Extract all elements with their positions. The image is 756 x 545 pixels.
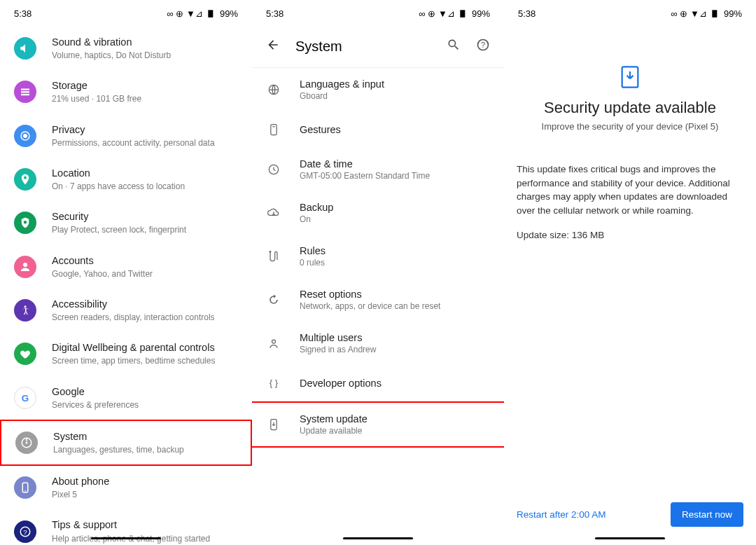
- help-icon[interactable]: ?: [476, 38, 490, 55]
- security-icon: [14, 212, 36, 234]
- status-time: 5:38: [266, 8, 284, 19]
- rules-icon: [266, 249, 281, 264]
- item-sub: Permissions, account activity, personal …: [52, 137, 215, 149]
- system-panel: 5:38 ∞ ⊕ ▼⊿ 99% System ? Languages & inp…: [252, 0, 504, 545]
- item-title: Sound & vibration: [52, 36, 171, 48]
- row-sub: On: [300, 214, 333, 224]
- svg-point-7: [26, 441, 28, 443]
- settings-item-location[interactable]: LocationOn · 7 apps have access to locat…: [0, 158, 252, 201]
- system-item-gesture[interactable]: Gestures: [252, 111, 504, 148]
- svg-text:G: G: [22, 392, 29, 403]
- status-icons: ∞ ⊕ ▼⊿ 99%: [671, 8, 742, 19]
- update-panel: 5:38 ∞ ⊕ ▼⊿ 99% Security update availabl…: [504, 0, 756, 545]
- svg-text:?: ?: [481, 41, 485, 49]
- system-item-sysupdate[interactable]: System updateUpdate available: [252, 401, 504, 448]
- item-sub: Google, Yahoo, and Twitter: [52, 268, 153, 280]
- sound-icon: [14, 37, 36, 60]
- svg-rect-13: [460, 10, 465, 17]
- system-item-user[interactable]: Multiple usersSigned in as Andrew: [252, 322, 504, 365]
- item-title: Digital Wellbeing & parental controls: [52, 341, 215, 354]
- update-description: This update fixes critical bugs and impr…: [517, 163, 743, 217]
- clock-icon: [266, 162, 281, 177]
- back-icon[interactable]: [266, 38, 280, 55]
- user-icon: [266, 336, 281, 351]
- nav-bar[interactable]: [595, 537, 665, 539]
- settings-item-wellbeing[interactable]: Digital Wellbeing & parental controlsScr…: [0, 332, 252, 375]
- item-sub: Play Protect, screen lock, fingerprint: [52, 224, 186, 235]
- row-title: Developer options: [300, 378, 382, 389]
- accounts-icon: [14, 256, 36, 278]
- item-title: System: [53, 430, 184, 443]
- download-icon: [620, 65, 640, 89]
- svg-point-20: [272, 340, 276, 343]
- nav-bar[interactable]: [343, 537, 413, 539]
- settings-item-security[interactable]: SecurityPlay Protect, screen lock, finge…: [0, 201, 252, 244]
- about-icon: [14, 476, 36, 499]
- row-title: Gestures: [300, 124, 341, 135]
- status-time: 5:38: [14, 8, 31, 19]
- privacy-icon: [14, 125, 36, 147]
- settings-item-system[interactable]: SystemLanguages, gestures, time, backup: [0, 420, 252, 466]
- item-sub: Screen readers, display, interaction con…: [52, 312, 215, 323]
- settings-item-privacy[interactable]: PrivacyPermissions, account activity, pe…: [0, 114, 252, 158]
- row-sub: GMT-05:00 Eastern Standard Time: [300, 171, 430, 181]
- system-item-cloud[interactable]: BackupOn: [252, 191, 504, 235]
- svg-point-4: [24, 305, 27, 308]
- system-item-braces[interactable]: { }Developer options: [252, 365, 504, 401]
- svg-rect-8: [26, 439, 27, 441]
- restart-now-button[interactable]: Restart now: [671, 502, 743, 527]
- update-title: Security update available: [517, 99, 743, 117]
- svg-rect-17: [271, 125, 276, 135]
- settings-item-tips[interactable]: ?Tips & supportHelp articles, phone & ch…: [0, 509, 252, 545]
- cloud-icon: [266, 205, 281, 221]
- system-icon: [15, 432, 38, 454]
- svg-text:?: ?: [23, 527, 27, 535]
- settings-item-sound[interactable]: Sound & vibrationVolume, haptics, Do Not…: [0, 27, 252, 70]
- system-item-clock[interactable]: Date & timeGMT-05:00 Eastern Standard Ti…: [252, 148, 504, 191]
- item-sub: On · 7 apps have access to location: [52, 181, 185, 192]
- row-sub: Signed in as Andrew: [300, 345, 376, 354]
- row-sub: Gboard: [300, 91, 384, 101]
- location-icon: [14, 168, 36, 191]
- row-sub: 0 rules: [300, 258, 326, 268]
- settings-item-accounts[interactable]: AccountsGoogle, Yahoo, and Twitter: [0, 245, 252, 289]
- svg-rect-23: [712, 10, 717, 17]
- status-bar: 5:38 ∞ ⊕ ▼⊿ 99%: [252, 0, 504, 27]
- nav-bar[interactable]: [91, 537, 161, 539]
- update-size: Update size: 136 MB: [517, 228, 743, 242]
- braces-icon: { }: [266, 375, 281, 391]
- item-sub: Screen time, app timers, bedtime schedul…: [52, 355, 215, 366]
- item-sub: Pixel 5: [52, 489, 109, 500]
- item-title: Accounts: [52, 254, 153, 267]
- row-title: Multiple users: [300, 332, 376, 343]
- row-sub: Update available: [300, 426, 368, 436]
- status-time: 5:38: [518, 8, 536, 19]
- settings-item-accessibility[interactable]: AccessibilityScreen readers, display, in…: [0, 289, 252, 332]
- row-title: Rules: [300, 245, 326, 256]
- svg-point-3: [23, 263, 27, 267]
- item-sub: Volume, haptics, Do Not Disturb: [52, 50, 171, 61]
- settings-item-storage[interactable]: Storage21% used · 101 GB free: [0, 70, 252, 113]
- update-header: Security update available Improve the se…: [504, 27, 756, 132]
- svg-point-10: [24, 490, 26, 492]
- storage-icon: [14, 81, 36, 103]
- update-body: This update fixes critical bugs and impr…: [504, 132, 756, 242]
- system-item-reset[interactable]: Reset optionsNetwork, apps, or device ca…: [252, 278, 504, 322]
- page-title: System: [295, 39, 447, 55]
- system-item-globe[interactable]: Languages & inputGboard: [252, 68, 504, 111]
- item-title: Google: [52, 385, 139, 398]
- system-item-rules[interactable]: Rules0 rules: [252, 235, 504, 278]
- settings-item-about[interactable]: About phonePixel 5: [0, 466, 252, 509]
- row-title: System update: [300, 413, 368, 425]
- system-list: Languages & inputGboardGesturesDate & ti…: [252, 68, 504, 448]
- svg-point-19: [270, 251, 271, 253]
- search-icon[interactable]: [447, 38, 461, 55]
- svg-rect-0: [208, 10, 213, 17]
- settings-list: Sound & vibrationVolume, haptics, Do Not…: [0, 27, 252, 545]
- item-title: Tips & support: [52, 518, 210, 531]
- restart-later-button[interactable]: Restart after 2:00 AM: [517, 509, 606, 520]
- gesture-icon: [266, 122, 281, 137]
- accessibility-icon: [14, 299, 36, 322]
- settings-item-google[interactable]: GGoogleServices & preferences: [0, 376, 252, 420]
- reset-icon: [266, 292, 281, 308]
